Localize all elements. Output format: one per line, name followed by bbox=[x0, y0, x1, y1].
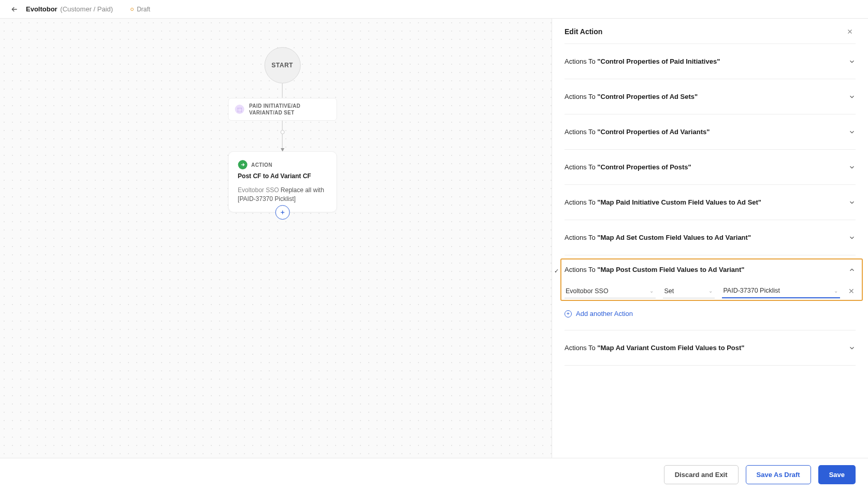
caret-down-icon: ⌄ bbox=[649, 288, 654, 294]
section-map-post-to-advariant[interactable]: Actions To "Map Post Custom Field Values… bbox=[565, 255, 856, 281]
page-subtitle-text: (Customer / Paid) bbox=[60, 5, 113, 13]
chevron-down-icon bbox=[848, 93, 856, 100]
plus-circle-icon: + bbox=[565, 310, 572, 317]
caret-down-icon: ⌄ bbox=[834, 288, 838, 294]
action-config-row: Evoltobor SSO ⌄ Set ⌄ PAID-37370 Picklis… bbox=[565, 281, 856, 305]
connector-line bbox=[282, 121, 283, 130]
connector-dot bbox=[280, 130, 284, 134]
trigger-text: PAID INITIATIVE/AD VARIANT/AD SET bbox=[249, 103, 330, 116]
section-map-adset-to-advariant[interactable]: Actions To "Map Ad Set Custom Field Valu… bbox=[565, 220, 856, 255]
start-node[interactable]: START bbox=[264, 47, 300, 83]
target-field-dropdown[interactable]: PAID-37370 Picklist ⌄ bbox=[722, 284, 840, 298]
page-title: Evoltobor (Customer / Paid) bbox=[26, 5, 113, 13]
edit-action-panel: Edit Action Actions To "Control Properti… bbox=[552, 19, 868, 458]
check-icon: ✓ bbox=[554, 268, 559, 275]
action-label: ACTION bbox=[251, 162, 272, 168]
workflow-canvas[interactable]: START ⬚ PAID INITIATIVE/AD VARIANT/AD SE… bbox=[0, 19, 552, 458]
action-body-prefix: Evoltobor SSO bbox=[238, 186, 279, 194]
trigger-node[interactable]: ⬚ PAID INITIATIVE/AD VARIANT/AD SET bbox=[228, 98, 337, 121]
page-title-text: Evoltobor bbox=[26, 5, 57, 13]
section-control-ad-sets[interactable]: Actions To "Control Properties of Ad Set… bbox=[565, 79, 856, 114]
chevron-down-icon bbox=[848, 128, 856, 136]
section-control-ad-variants[interactable]: Actions To "Control Properties of Ad Var… bbox=[565, 114, 856, 149]
trigger-icon: ⬚ bbox=[235, 105, 244, 114]
section-control-posts[interactable]: Actions To "Control Properties of Posts" bbox=[565, 150, 856, 184]
caret-down-icon: ⌄ bbox=[708, 288, 713, 294]
add-another-action-button[interactable]: + Add another Action bbox=[565, 305, 856, 330]
source-field-dropdown[interactable]: Evoltobor SSO ⌄ bbox=[565, 284, 656, 298]
remove-row-icon[interactable]: ✕ bbox=[847, 287, 856, 295]
operation-dropdown[interactable]: Set ⌄ bbox=[663, 284, 715, 298]
panel-title: Edit Action bbox=[565, 27, 602, 36]
connector-line bbox=[282, 83, 283, 98]
status-dot-icon bbox=[131, 8, 134, 11]
chevron-down-icon bbox=[848, 344, 856, 352]
section-map-paid-to-adset[interactable]: Actions To "Map Paid Initiative Custom F… bbox=[565, 185, 856, 220]
topbar: Evoltobor (Customer / Paid) Draft bbox=[0, 0, 868, 19]
chevron-up-icon bbox=[848, 266, 856, 273]
arrow-down-icon: ▾ bbox=[281, 148, 284, 151]
section-control-paid-initiatives[interactable]: Actions To "Control Properties of Paid I… bbox=[565, 44, 856, 79]
save-button[interactable]: Save bbox=[818, 465, 856, 484]
close-icon[interactable] bbox=[844, 26, 856, 37]
action-card-title: Post CF to Ad Variant CF bbox=[238, 172, 327, 180]
action-icon bbox=[238, 160, 247, 169]
discard-button[interactable]: Discard and Exit bbox=[664, 465, 739, 484]
status-badge: Draft bbox=[131, 6, 150, 13]
section-map-advariant-to-post[interactable]: Actions To "Map Ad Variant Custom Field … bbox=[565, 330, 856, 365]
chevron-down-icon bbox=[848, 234, 856, 241]
action-card-body: Evoltobor SSO Replace all with [PAID-373… bbox=[238, 186, 327, 204]
status-text: Draft bbox=[137, 6, 150, 13]
add-step-button[interactable] bbox=[275, 205, 290, 220]
chevron-down-icon bbox=[848, 58, 856, 65]
back-arrow-icon[interactable] bbox=[10, 5, 19, 13]
action-card[interactable]: ACTION Post CF to Ad Variant CF Evoltobo… bbox=[228, 151, 337, 212]
chevron-down-icon bbox=[848, 199, 856, 206]
save-draft-button[interactable]: Save As Draft bbox=[746, 465, 811, 484]
footer: Discard and Exit Save As Draft Save bbox=[0, 458, 868, 491]
chevron-down-icon bbox=[848, 164, 856, 171]
